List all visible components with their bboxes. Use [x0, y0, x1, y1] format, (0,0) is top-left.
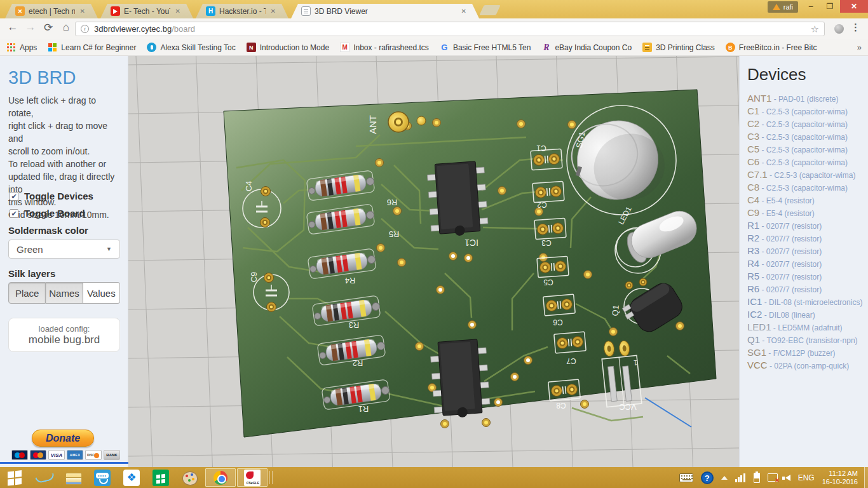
- toggle-devices-checkbox[interactable]: ✔: [10, 192, 18, 201]
- device-item-c1[interactable]: C1 - C2.5-3 (capacitor-wima): [747, 105, 867, 118]
- battery-icon[interactable]: [754, 473, 760, 483]
- devices-title: Devices: [747, 65, 806, 85]
- new-tab-button[interactable]: [479, 5, 500, 15]
- device-item-r5[interactable]: R5 - 0207/7 (resistor): [747, 271, 867, 283]
- device-item-c3[interactable]: C3 - C2.5-3 (capacitor-wima): [747, 131, 867, 144]
- forward-icon[interactable]: →: [23, 21, 38, 34]
- device-item-c6[interactable]: C6 - C2.5-3 (capacitor-wima): [747, 156, 867, 169]
- device-item-c8[interactable]: C8 - C2.5-3 (capacitor-wima): [747, 182, 867, 194]
- page-info-icon[interactable]: i: [81, 25, 89, 33]
- chevron-down-icon: ▼: [106, 246, 112, 252]
- bookmark-apps-grid[interactable]: Apps: [6, 43, 37, 52]
- device-item-c7-1[interactable]: C7.1 - C2.5-3 (capacitor-wima): [747, 169, 867, 182]
- device-item-ic2[interactable]: IC2 - DIL08 (linear): [747, 309, 867, 322]
- bookmark-label: Alexa Skill Testing Toc: [160, 43, 235, 52]
- close-button[interactable]: ✕: [840, 0, 868, 13]
- bookmark-google-g[interactable]: GBasic Free HTML5 Ten: [440, 43, 531, 52]
- bookmark-gmail[interactable]: MInbox - rafirasheed.tcs: [340, 43, 429, 52]
- device-name: LED1: [747, 322, 771, 332]
- bookmark-ebay-r[interactable]: ReBay India Coupon Co: [541, 43, 632, 52]
- soldermask-color-select[interactable]: Green ▼: [8, 240, 120, 259]
- device-item-r6[interactable]: R6 - 0207/7 (resistor): [747, 283, 867, 296]
- taskbar-ie-button[interactable]: [29, 467, 58, 488]
- device-item-r3[interactable]: R3 - 0207/7 (resistor): [747, 245, 867, 258]
- silk-values-button[interactable]: Values: [83, 282, 120, 304]
- taskbar-start-button[interactable]: [0, 467, 29, 488]
- device-item-c5[interactable]: C5 - C2.5-3 (capacitor-wima): [747, 144, 867, 156]
- back-icon[interactable]: ←: [5, 21, 20, 34]
- device-item-sg1[interactable]: SG1 - F/CM12P (buzzer): [747, 347, 867, 360]
- tab-close-icon[interactable]: ✕: [271, 8, 276, 15]
- taskbar-eagle-button[interactable]: [237, 468, 268, 487]
- device-item-ant1[interactable]: ANT1 - PAD-01 (discrete): [747, 93, 867, 105]
- taskbar-dropbox-button[interactable]: ❖: [117, 467, 146, 488]
- profile-badge[interactable]: rafi: [768, 1, 798, 13]
- toggle-board-checkbox[interactable]: ✔: [10, 209, 18, 218]
- volume-icon[interactable]: [785, 475, 790, 481]
- language-indicator[interactable]: ENG: [798, 473, 815, 482]
- bookmark-label: FreeBitco.in - Free Bitc: [739, 43, 817, 52]
- url-bar[interactable]: i 3dbrdviewer.cytec.bg /board ☆: [75, 22, 825, 36]
- help-icon[interactable]: ?: [701, 471, 714, 484]
- minimize-button[interactable]: –: [801, 0, 820, 13]
- device-item-ic1[interactable]: IC1 - DIL-08 (st-microelectronics): [747, 296, 867, 309]
- device-item-led1[interactable]: LED1 - LED5MM (adafruit): [747, 322, 867, 334]
- home-icon[interactable]: ⌂: [58, 21, 74, 34]
- browser-menu-icon[interactable]: ⋮: [851, 22, 860, 33]
- toggle-board-row[interactable]: ✔ Toggle Board: [10, 208, 85, 219]
- tab-hackster-io-the-commu[interactable]: HHackster.io - The commu✕: [196, 4, 288, 18]
- tab-close-icon[interactable]: ✕: [175, 8, 180, 15]
- bank-icon: BANK: [104, 450, 120, 460]
- toggle-devices-label: Toggle Devices: [24, 191, 93, 201]
- taskbar-password-button[interactable]: [88, 467, 117, 488]
- soldermask-color-value: Green: [17, 244, 43, 255]
- show-desktop-button[interactable]: [864, 467, 868, 488]
- network-error-icon[interactable]: [768, 473, 778, 482]
- tray-expand-icon[interactable]: [721, 476, 728, 480]
- device-item-r4[interactable]: R4 - 0207/7 (resistor): [747, 258, 867, 271]
- tab-etech-tech-news[interactable]: ✕etech | Tech news✕: [5, 4, 98, 18]
- silk-names-button[interactable]: Names: [46, 282, 83, 304]
- device-item-vcc[interactable]: VCC - 02PA (con-amp-quick): [747, 360, 867, 372]
- extension-icon[interactable]: [834, 24, 844, 34]
- silk-place-button[interactable]: Place: [8, 282, 46, 304]
- device-item-r2[interactable]: R2 - 0207/7 (resistor): [747, 233, 867, 245]
- bookmarks-overflow-icon[interactable]: »: [857, 43, 862, 52]
- board-3d-viewport[interactable]: ANTC4C9R6R5R4R3R2R1IC1C1C2C3C5C6C7C8SG1L…: [128, 56, 739, 467]
- bookmark-printing[interactable]: 3D Printing Class: [642, 43, 715, 52]
- silk-layers-label: Silk layers: [8, 268, 55, 279]
- bookmark-alexa[interactable]: Alexa Skill Testing Toc: [147, 43, 235, 52]
- touch-keyboard-icon[interactable]: [679, 473, 693, 482]
- device-item-c2[interactable]: C2 - C2.5-3 (capacitor-wima): [747, 118, 867, 131]
- clock[interactable]: 11:12 AM 16-10-2016: [822, 470, 858, 486]
- bookmark-label: Basic Free HTML5 Ten: [453, 43, 531, 52]
- donate-button[interactable]: Donate: [32, 430, 94, 447]
- device-item-q1[interactable]: Q1 - TO92-EBC (transistor-npn): [747, 334, 867, 347]
- taskbar-store-button[interactable]: [146, 467, 175, 488]
- taskbar-explorer-button[interactable]: [58, 467, 88, 488]
- signal-icon[interactable]: [735, 473, 746, 482]
- toggle-devices-row[interactable]: ✔ Toggle Devices: [10, 191, 93, 201]
- bookmark-book-n[interactable]: NIntroduction to Mode: [247, 43, 329, 52]
- restore-button[interactable]: ❐: [820, 0, 839, 13]
- device-desc: - 02PA (con-amp-quick): [768, 362, 850, 370]
- tab-close-icon[interactable]: ✕: [461, 8, 466, 15]
- url-path: /board: [172, 24, 195, 34]
- tab-e-tech-youtube[interactable]: E- Tech - YouTube✕: [100, 4, 193, 18]
- device-item-c9[interactable]: C9 - E5-4 (resistor): [747, 207, 867, 220]
- bookmark-star-icon[interactable]: ☆: [811, 24, 819, 35]
- bookmark-bitcoin[interactable]: BFreeBitco.in - Free Bitc: [726, 43, 817, 52]
- pcb-3d-scene[interactable]: ANTC4C9R6R5R4R3R2R1IC1C1C2C3C5C6C7C8SG1L…: [128, 56, 739, 467]
- bookmark-microsoft[interactable]: Learn C# for Beginner: [48, 43, 136, 52]
- taskbar-chrome-button[interactable]: [205, 468, 236, 487]
- reload-icon[interactable]: ⟳: [41, 21, 56, 34]
- device-item-c4[interactable]: C4 - E5-4 (resistor): [747, 194, 867, 207]
- tab-3d-brd-viewer[interactable]: 3D BRD Viewer✕: [291, 4, 479, 18]
- tab-close-icon[interactable]: ✕: [80, 8, 85, 15]
- device-desc: - DIL08 (linear): [762, 311, 815, 320]
- device-name: C1: [747, 105, 759, 116]
- taskbar-paint-button[interactable]: [175, 467, 205, 488]
- device-item-r1[interactable]: R1 - 0207/7 (resistor): [747, 220, 867, 233]
- amex-icon: AMEX: [67, 450, 83, 460]
- pcb-board[interactable]: ANTC4C9R6R5R4R3R2R1IC1C1C2C3C5C6C7C8SG1L…: [224, 90, 716, 437]
